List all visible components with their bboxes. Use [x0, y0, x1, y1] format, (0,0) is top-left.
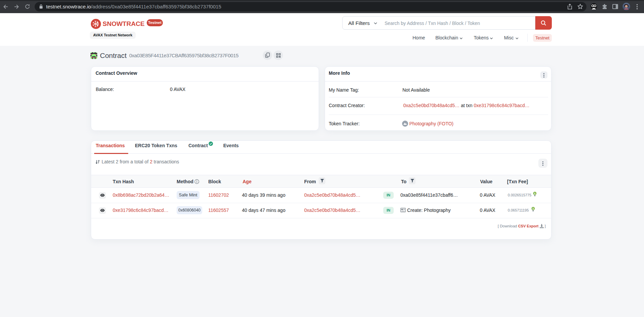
- svg-text:$: $: [534, 192, 536, 195]
- svg-text:$: $: [533, 208, 534, 210]
